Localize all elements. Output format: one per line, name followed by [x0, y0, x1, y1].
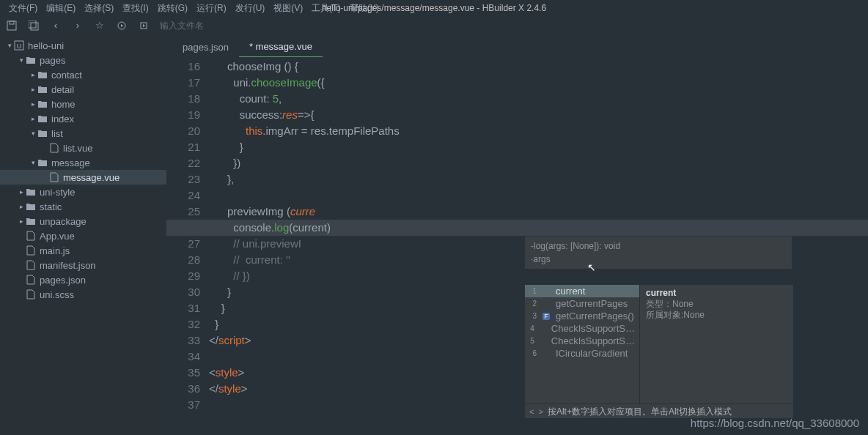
- tree-label: message: [51, 157, 90, 168]
- detail-title: current: [646, 288, 787, 299]
- tree-item-uni-scss[interactable]: uni.scss: [0, 287, 166, 302]
- tab-pagesjson[interactable]: pages.json: [172, 37, 239, 57]
- caret-icon[interactable]: ▾: [18, 56, 25, 64]
- folder-icon: [25, 187, 37, 196]
- caret-icon[interactable]: ▸: [29, 71, 37, 78]
- caret-icon[interactable]: ▾: [29, 159, 37, 166]
- tree-label: contact: [51, 70, 82, 81]
- line-number: 19: [166, 107, 209, 123]
- line-number: 24: [166, 187, 209, 204]
- svg-marker-5: [121, 24, 123, 27]
- tree-item-contact[interactable]: ▸contact: [0, 67, 166, 82]
- menu-publish[interactable]: 发行(U): [232, 2, 268, 15]
- code-line[interactable]: }): [209, 155, 868, 171]
- ac-kind-icon: F: [542, 313, 550, 320]
- tree-label: list.vue: [63, 143, 92, 154]
- code-editor[interactable]: 1617181920212223242526272829303132333435…: [166, 57, 868, 435]
- signature-text: -log(args: [None]): void: [531, 239, 786, 253]
- code-line[interactable]: this.imgArr = res.tempFilePaths: [209, 123, 868, 139]
- folder-icon: [37, 129, 48, 138]
- line-number: 22: [166, 155, 209, 171]
- tree-label: manifest.json: [40, 260, 96, 271]
- code-line[interactable]: success:res=>{: [209, 107, 868, 123]
- caret-icon[interactable]: ▸: [29, 100, 37, 108]
- line-number: 17: [166, 75, 209, 91]
- nav-forward-icon[interactable]: ›: [72, 20, 84, 31]
- code-line[interactable]: previewImg (curre: [209, 204, 868, 220]
- menu-run[interactable]: 运行(R): [194, 2, 229, 15]
- line-number: 30: [166, 284, 209, 300]
- debug-icon[interactable]: [138, 20, 150, 31]
- play-icon[interactable]: [116, 20, 128, 31]
- code-line[interactable]: chooseImg () {: [209, 59, 868, 75]
- project-icon: U: [13, 40, 25, 51]
- tree-item-message-vue[interactable]: message.vue: [0, 170, 166, 185]
- menu-goto[interactable]: 跳转(G): [155, 2, 191, 15]
- tree-item-manifest-json[interactable]: manifest.json: [0, 258, 166, 272]
- tree-label: static: [40, 201, 62, 212]
- tree-item-App-vue[interactable]: App.vue: [0, 228, 166, 243]
- autocomplete-detail: current 类型：None 所属对象:None: [639, 285, 793, 418]
- ac-kind-icon: [542, 288, 550, 295]
- file-icon: [25, 289, 37, 300]
- line-number: 36: [166, 381, 209, 397]
- caret-icon[interactable]: ▾: [29, 130, 37, 137]
- tree-label: pages.json: [40, 275, 86, 286]
- tree-item-home[interactable]: ▸home: [0, 97, 166, 111]
- code-line[interactable]: }: [209, 139, 868, 155]
- caret-icon[interactable]: ▸: [18, 188, 25, 196]
- caret-icon[interactable]: ▸: [18, 203, 25, 210]
- ac-name: ICircularGradient: [556, 346, 628, 362]
- tree-item-list-vue[interactable]: list.vue: [0, 141, 166, 155]
- code-line[interactable]: },: [209, 171, 868, 187]
- ac-kind-icon: [542, 350, 550, 357]
- code-line[interactable]: [209, 187, 868, 204]
- tree-item-hello-uni[interactable]: ▾Uhello-uni: [0, 38, 166, 53]
- line-number: 35: [166, 365, 209, 381]
- folder-icon: [37, 158, 48, 167]
- tab-messagevue[interactable]: * message.vue: [239, 37, 323, 57]
- code-line[interactable]: // }): [209, 268, 868, 284]
- ac-item-ICircularGradient[interactable]: 6ICircularGradient: [525, 347, 639, 360]
- nav-back-icon[interactable]: ‹: [50, 20, 62, 31]
- caret-icon[interactable]: ▾: [6, 42, 13, 49]
- folder-icon: [25, 217, 37, 226]
- star-icon[interactable]: ☆: [94, 20, 106, 31]
- tree-item-pages[interactable]: ▾pages: [0, 53, 166, 67]
- file-search-input[interactable]: [160, 21, 248, 31]
- menu-file[interactable]: 文件(F): [6, 2, 40, 15]
- tree-item-unpackage[interactable]: ▸unpackage: [0, 214, 166, 228]
- caret-icon[interactable]: ▸: [18, 218, 25, 225]
- menu-view[interactable]: 视图(V): [271, 2, 306, 15]
- code-line[interactable]: uni.chooseImage({: [209, 75, 868, 91]
- autocomplete-list[interactable]: 1current2getCurrentPages3FgetCurrentPage…: [525, 285, 639, 418]
- tree-item-index[interactable]: ▸index: [0, 111, 166, 126]
- caret-icon[interactable]: ▸: [29, 115, 37, 122]
- line-number: 23: [166, 171, 209, 187]
- code-line[interactable]: count: 5,: [209, 91, 868, 107]
- autocomplete-popup[interactable]: 1current2getCurrentPages3FgetCurrentPage…: [524, 284, 794, 419]
- caret-icon[interactable]: ▸: [29, 86, 37, 93]
- watermark-text: https://blog.csdn.net/qq_33608000: [691, 417, 859, 429]
- tree-item-list[interactable]: ▾list: [0, 126, 166, 141]
- tree-label: main.js: [40, 245, 70, 256]
- file-icon: [25, 245, 37, 256]
- tree-item-message[interactable]: ▾message: [0, 155, 166, 170]
- tree-item-main-js[interactable]: main.js: [0, 243, 166, 258]
- tree-label: list: [51, 128, 63, 139]
- menu-select[interactable]: 选择(S): [81, 2, 117, 15]
- tree-item-uni-style[interactable]: ▸uni-style: [0, 185, 166, 199]
- menu-edit[interactable]: 编辑(E): [43, 2, 78, 15]
- file-explorer[interactable]: ▾Uhello-uni▾pages▸contact▸detail▸home▸in…: [0, 35, 166, 435]
- file-icon: [25, 260, 37, 270]
- svg-rect-0: [7, 21, 16, 30]
- save-icon[interactable]: [6, 20, 18, 31]
- save-all-icon[interactable]: [28, 20, 40, 31]
- menu-find[interactable]: 查找(I): [119, 2, 151, 15]
- code-line[interactable]: console.log(current): [166, 220, 868, 236]
- tree-item-static[interactable]: ▸static: [0, 199, 166, 214]
- tree-item-pages-json[interactable]: pages.json: [0, 272, 166, 287]
- tree-item-detail[interactable]: ▸detail: [0, 82, 166, 97]
- line-number: 16: [166, 59, 209, 75]
- tree-label: home: [51, 99, 76, 110]
